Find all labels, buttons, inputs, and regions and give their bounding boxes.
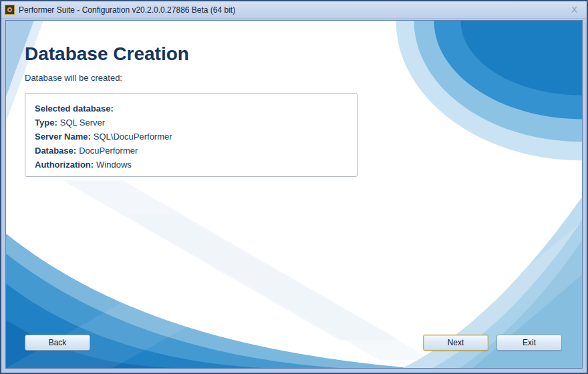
page-title: Database Creation	[25, 43, 189, 65]
wizard-content: Database Creation Database will be creat…	[5, 20, 583, 369]
summary-row-selected: Selected database:	[35, 102, 347, 116]
app-icon	[5, 5, 15, 15]
database-summary-box: Selected database: Type:SQL Server Serve…	[25, 93, 357, 177]
back-button[interactable]: Back	[25, 335, 90, 351]
summary-row-authorization: Authorization:Windows	[35, 158, 347, 172]
window-title: Performer Suite - Configuration v20.2.0.…	[19, 5, 235, 15]
summary-row-database: Database:DocuPerformer	[35, 144, 347, 158]
wizard-window: Performer Suite - Configuration v20.2.0.…	[0, 0, 588, 374]
close-icon[interactable]: X	[569, 4, 580, 15]
gear-ring-icon	[7, 7, 12, 12]
summary-row-server-name: Server Name:SQL\DocuPerformer	[35, 130, 347, 144]
page-subtitle: Database will be created:	[25, 73, 122, 83]
next-button[interactable]: Next	[423, 335, 488, 351]
summary-row-type: Type:SQL Server	[35, 116, 347, 130]
exit-button[interactable]: Exit	[496, 335, 562, 351]
title-bar: Performer Suite - Configuration v20.2.0.…	[1, 1, 587, 19]
